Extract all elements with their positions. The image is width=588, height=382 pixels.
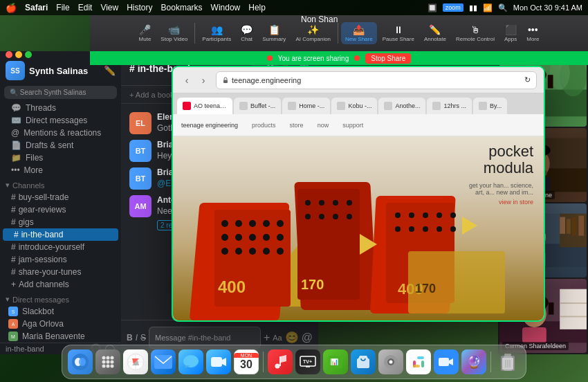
dock: MON 30 TV+ 📊 🔮	[62, 345, 526, 379]
add-channels[interactable]: + Add channels	[0, 278, 121, 291]
tab-12hrs[interactable]: 12hrs ...	[427, 98, 472, 114]
dock-finder[interactable]	[68, 349, 93, 374]
control-center-icon[interactable]: 🔲	[428, 3, 437, 12]
dock-prefs[interactable]	[378, 349, 403, 374]
fullscreen-button[interactable]	[25, 51, 32, 58]
dm-aga-orlova[interactable]: A Aga Orlova	[0, 318, 121, 330]
attach-icon[interactable]: +	[264, 331, 270, 344]
safari-url-bar[interactable]: teenage.engineering ↻	[216, 71, 537, 89]
nav-more[interactable]: ••• More	[0, 164, 121, 176]
zoom-menu-icon[interactable]: zoom	[443, 3, 463, 12]
svg-rect-126	[357, 358, 369, 368]
menu-edit[interactable]: Edit	[78, 3, 93, 12]
menu-bookmarks[interactable]: Bookmarks	[161, 3, 203, 12]
remote-control-button[interactable]: 🖱 Remote Control	[452, 22, 499, 44]
hash-icon-7: #	[11, 267, 16, 277]
mute-button[interactable]: 🎤 Mute	[135, 22, 156, 44]
te-nav-now[interactable]: now	[318, 122, 329, 129]
slack-search[interactable]: 🔍 Search Synth Salinas	[4, 86, 117, 99]
svg-rect-73	[572, 217, 577, 236]
slack-sidebar: SS Synth Salinas ✏️ 🔍 Search Synth Salin…	[0, 51, 121, 354]
tab-favicon-4	[337, 102, 345, 110]
channel-share-your-tunes[interactable]: # share-your-tunes	[0, 266, 121, 278]
svg-rect-71	[560, 217, 565, 234]
tab-buffet[interactable]: Buffet -...	[234, 98, 281, 114]
emoji-icon[interactable]: 😊	[285, 331, 299, 344]
nav-threads[interactable]: 💬 Threads	[0, 102, 121, 114]
mention-icon[interactable]: @	[302, 331, 313, 344]
dm-maria-benavente[interactable]: M Maria Benavente	[0, 330, 121, 343]
te-nav-products[interactable]: products	[252, 122, 276, 129]
channel-in-the-band[interactable]: # in-the-band	[3, 228, 118, 241]
dock-calendar[interactable]: MON 30	[234, 349, 259, 374]
svg-rect-55	[548, 75, 553, 88]
dock-slack[interactable]	[406, 349, 431, 374]
menu-view[interactable]: View	[100, 3, 118, 12]
dock-music[interactable]	[268, 349, 293, 374]
dock-messages[interactable]	[178, 349, 203, 374]
menu-safari[interactable]: Safari	[25, 3, 48, 12]
tab-another[interactable]: Anothe...	[378, 98, 425, 114]
dock-launchpad[interactable]	[95, 349, 120, 374]
dock-mail[interactable]	[151, 349, 176, 374]
apple-menu[interactable]: 🍎	[6, 3, 17, 13]
pause-share-button[interactable]: ⏸ Pause Share	[378, 22, 419, 44]
safari-tabs: AO teenage... Buffet -... Home -... Kobu…	[173, 93, 544, 114]
menu-window[interactable]: Window	[211, 3, 241, 12]
nav-drafts[interactable]: 📄 Drafts & sent	[0, 139, 121, 152]
channel-gear-reviews[interactable]: # gear-reviews	[0, 203, 121, 216]
mute-icon: 🎤	[139, 24, 151, 35]
dock-siri[interactable]: 🔮	[461, 349, 486, 374]
strikethrough-button[interactable]: S	[140, 333, 146, 343]
pause-icon: ⏸	[394, 24, 403, 35]
annotate-button[interactable]: ✏️ Annotate	[420, 22, 450, 44]
participants-button[interactable]: 👥 Participants	[198, 22, 235, 44]
nav-dm[interactable]: ✉️ Direct messages	[0, 114, 121, 127]
apps-button[interactable]: ⬛ Apps	[500, 22, 521, 44]
channel-jam-sessions[interactable]: # jam-sessions	[0, 253, 121, 266]
stop-share-button[interactable]: Stop Share	[365, 53, 411, 64]
new-share-button[interactable]: 📤 New Share	[341, 22, 377, 44]
nav-files[interactable]: 📁 Files	[0, 152, 121, 164]
italic-button[interactable]: I	[136, 333, 138, 343]
te-nav-store[interactable]: store	[290, 122, 304, 129]
nav-mentions[interactable]: @ Mentions & reactions	[0, 127, 121, 139]
tab-kobu[interactable]: Kobu -...	[331, 98, 377, 114]
compose-icon[interactable]: ✏️	[104, 65, 116, 76]
menu-file[interactable]: File	[56, 3, 69, 12]
tab-by[interactable]: By...	[473, 98, 507, 114]
channel-introduce-yourself[interactable]: # introduce-yourself	[0, 241, 121, 253]
summary-button[interactable]: 📋 Summary	[258, 22, 290, 44]
annotate-label: Annotate	[424, 36, 446, 42]
safari-back-button[interactable]: ‹	[180, 73, 194, 87]
dm-slackbot[interactable]: S Slackbot	[0, 305, 121, 318]
message-placeholder: Message #in-the-band	[155, 334, 230, 342]
tab-ao-teenage[interactable]: AO teenage...	[177, 98, 232, 114]
dock-safari[interactable]	[123, 349, 148, 374]
te-nav-support[interactable]: support	[342, 122, 363, 129]
battery-icon: ▮▮	[469, 3, 477, 12]
dock-zoom[interactable]	[434, 349, 459, 374]
chat-button[interactable]: 💬 Chat	[237, 22, 257, 44]
dock-tv[interactable]: TV+	[295, 349, 320, 374]
tab-home[interactable]: Home -...	[282, 98, 330, 114]
svg-rect-94	[560, 302, 587, 304]
close-button[interactable]	[6, 51, 12, 58]
stop-video-button[interactable]: 📹 Stop Video	[156, 22, 192, 44]
reload-icon[interactable]: ↻	[524, 75, 531, 84]
menu-history[interactable]: History	[127, 3, 152, 12]
dock-trash[interactable]	[495, 349, 520, 374]
dock-numbers[interactable]: 📊	[323, 349, 348, 374]
safari-forward-button[interactable]: ›	[196, 73, 210, 87]
channel-gigs[interactable]: # gigs	[0, 216, 121, 228]
more-button[interactable]: ••• More	[522, 22, 543, 44]
dock-facetime[interactable]	[206, 349, 231, 374]
channel-buy-sell-trade[interactable]: # buy-sell-trade	[0, 191, 121, 203]
minimize-button[interactable]	[15, 51, 22, 58]
dock-store[interactable]	[351, 349, 376, 374]
format-icon[interactable]: Aa	[273, 334, 282, 342]
menu-help[interactable]: Help	[248, 3, 266, 12]
search-icon[interactable]: 🔍	[498, 3, 508, 12]
bold-button[interactable]: B	[127, 333, 133, 343]
ai-companion-button[interactable]: ✨ AI Companion	[291, 22, 335, 44]
